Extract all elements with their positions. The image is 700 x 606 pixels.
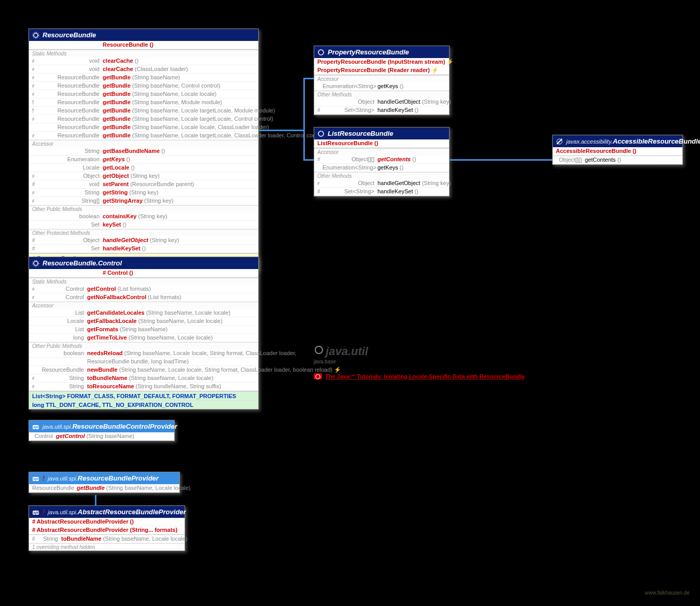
method-row: ResourceBundlenewBundle (String baseName… [29,366,258,374]
interface-box-rbcp: spi java.util.spi.ResourceBundleControlP… [29,420,175,441]
constructor: # AbstractResourceBundleProvider () [29,518,185,526]
section-header: Accessor [314,148,449,156]
gear-icon [32,260,39,267]
deprecated-icon [556,138,563,145]
method-row: booleancontainsKey (String key) [29,213,258,221]
section-header: Accessor [29,140,258,147]
svg-point-5 [318,131,324,136]
method-row: !ResourceBundlegetBundle (String baseNam… [29,98,258,107]
spi-icon: spi [32,509,39,516]
connector [95,495,96,505]
method-row: ꜰString[]getStringArray (String key) [29,197,258,205]
section-header: Static Methods [29,50,258,57]
svg-text:spi: spi [33,477,39,481]
method-row: ꜰStringtoResourceName (String bundleName… [29,383,258,391]
method-row: ꜰResourceBundlegetBundle (String baseNam… [29,115,258,123]
method-row: ꜰResourceBundlegetBundle (String baseNam… [29,90,258,98]
connector [303,78,314,79]
section-header: Other Protected Methods [29,229,258,236]
class-name: PropertyResourceBundle [328,48,409,56]
constructor: ListResourceBundle () [314,139,449,148]
interface-title: spi java.util.spi.ResourceBundleControlP… [29,420,174,432]
method-row: LocalegetLocale () [29,164,258,172]
tutorial-anchor[interactable]: The Java™ Tutorials: Isolating Locale-Sp… [325,373,525,379]
constants: long TTL_DONT_CACHE, TTL_NO_EXPIRATION_C… [29,400,258,409]
class-box-control: ResourceBundle.Control # Control () Stat… [29,257,259,410]
constructor: # AbstractResourceBundleProvider (String… [29,526,185,534]
method-row: ꜰControlgetNoFallbackControl (List forma… [29,293,258,302]
constants: List<String> FORMAT_CLASS, FORMAT_DEFAUL… [29,391,258,400]
method-row: !ResourceBundlegetBundle (String baseNam… [29,107,258,115]
method-row: SetkeySet () [29,221,258,229]
class-box-arbp: spi ! java.util.spi.AbstractResourceBund… [29,505,185,551]
connector [449,159,552,161]
class-box-resourcebundle: ResourceBundle ResourceBundle () Static … [29,29,259,271]
method-row: EnumerationgetKeys () [29,156,258,164]
class-title: ResourceBundle.Control [29,257,258,269]
method-row: Enumeration<String>getKeys () [314,82,449,91]
section-header: Accessor [314,75,449,82]
interface-title: spi ! java.util.spi.ResourceBundleProvid… [29,472,179,484]
constructor: PropertyResourceBundle (InputStream stre… [314,58,449,66]
method-row: ControlgetControl (String baseName) [29,432,174,441]
class-title: javax.accessibility.AccessibleResourceBu… [553,135,682,147]
svg-point-2 [34,261,38,265]
class-box-arb: javax.accessibility.AccessibleResourceBu… [552,135,683,165]
connector [303,159,314,161]
method-row: ꜰControlgetControl (List formats) [29,285,258,293]
constructor: AccessibleResourceBundle () [553,147,682,156]
svg-point-4 [318,50,324,55]
method-row: ObjecthandleGetObject (String key) [314,98,449,106]
class-title: ListResourceBundle [314,128,449,139]
class-box-prb: PropertyResourceBundle PropertyResourceB… [314,46,450,115]
method-row: ꜰResourceBundlegetBundle (String baseNam… [29,82,258,90]
method-row: ꜰvoidclearCache (ClassLoader loader) [29,65,258,74]
method-row: #voidsetParent (ResourceBundle parent) [29,180,258,189]
gear-icon [32,32,39,39]
method-row: booleanneedsReload (String baseName, Loc… [29,349,258,358]
constructor: # Control () [29,269,258,277]
method-row: ꜰvoidclearCache () [29,57,258,65]
connector [303,78,305,161]
section-header: Accessor [29,302,258,309]
svg-text:spi: spi [33,511,39,515]
method-row: ResourceBundlegetBundle (String baseName… [29,484,179,492]
section-header: Other Methods [314,91,449,98]
section-header: Other Public Methods [29,205,258,213]
method-row: #ObjecthandleGetObject (String key) [29,236,258,245]
class-name: ListResourceBundle [328,130,393,137]
gear-icon [314,345,324,355]
spi-icon: spi [32,475,39,482]
method-row: #StringtoBundleName (String baseName, Lo… [29,535,185,543]
section-header: Other Public Methods [29,342,258,349]
method-row: #Set<String>handleKeySet () [314,106,449,115]
svg-point-14 [315,346,323,354]
method-row: ꜰStringtoBundleName (String baseName, Lo… [29,374,258,383]
method-row: ꜰStringgetString (String key) [29,189,258,197]
method-row: #Object[][]getContents () [314,156,449,164]
class-name: ResourceBundle [43,31,96,39]
constructor: PropertyResourceBundle (Reader reader) ⚡ [314,66,449,75]
method-row: ꜰObjecthandleGetObject (String key) [314,179,449,188]
tutorial-link[interactable]: ◯ The Java™ Tutorials: Isolating Locale-… [314,373,525,379]
class-title: spi ! java.util.spi.AbstractResourceBund… [29,506,185,518]
class-title: ResourceBundle [29,29,258,41]
section-header: Other Methods [314,172,449,179]
constructor: ResourceBundle () [29,41,258,49]
method-row: ꜰObjectgetObject (String key) [29,172,258,180]
interface-box-rbp: spi ! java.util.spi.ResourceBundleProvid… [29,472,180,493]
method-row-cont: ResourceBundle bundle, long loadTime) [29,358,258,366]
method-row: ꜰResourceBundlegetBundle (String baseNam… [29,74,258,82]
spi-icon: spi [32,423,39,430]
section-header: Static Methods [29,278,258,285]
class-title: PropertyResourceBundle [314,46,449,58]
gear-icon [317,49,325,56]
method-row: #Set<String>handleKeySet () [314,188,449,196]
method-row: longgetTimeToLive (String baseName, Loca… [29,334,258,342]
watermark: www.falkhausen.de [645,590,690,596]
svg-text:spi: spi [33,425,39,429]
svg-point-0 [34,33,38,37]
package-badge: java.util java.base [314,345,368,364]
hidden-note: 1 overriding method hidden [29,543,185,551]
method-row: Enumeration<String>getKeys () [314,164,449,172]
